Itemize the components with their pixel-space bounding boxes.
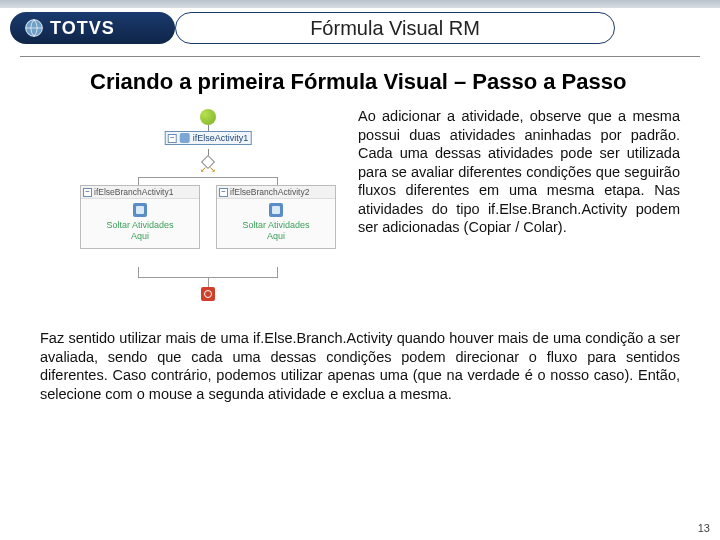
condition-icon: [269, 203, 283, 217]
branch-header: − ifElseBranchActivity1: [81, 186, 199, 199]
top-bar: [0, 0, 720, 8]
branch-activity-1: − ifElseBranchActivity1 Soltar Atividade…: [80, 185, 200, 249]
brand-name: TOTVS: [50, 18, 115, 39]
title-pill: Fórmula Visual RM: [175, 12, 615, 44]
branch-header: − ifElseBranchActivity2: [217, 186, 335, 199]
branch-body: Soltar Atividades Aqui: [217, 199, 335, 248]
drop-hint: Soltar Atividades Aqui: [83, 220, 197, 242]
section-heading: Criando a primeira Fórmula Visual – Pass…: [0, 57, 720, 101]
condition-icon: [133, 203, 147, 217]
page-number: 13: [698, 522, 710, 534]
connector: [138, 267, 139, 277]
globe-icon: [24, 18, 44, 38]
start-icon: [200, 109, 216, 125]
page-title: Fórmula Visual RM: [310, 17, 480, 40]
branch-body: Soltar Atividades Aqui: [81, 199, 199, 248]
collapse-icon: −: [83, 188, 92, 197]
drop-line: Soltar Atividades: [219, 220, 333, 231]
connector: [277, 267, 278, 277]
ifelse-activity: − ifElseActivity1: [165, 131, 252, 145]
drop-line: Aqui: [83, 231, 197, 242]
branch-activity-2: − ifElseBranchActivity2 Soltar Atividade…: [216, 185, 336, 249]
brand-logo: TOTVS: [24, 18, 115, 39]
paragraph-1: Ao adicionar a atividade, observe que a …: [358, 107, 680, 307]
connector: [277, 177, 278, 185]
drop-line: Soltar Atividades: [83, 220, 197, 231]
ifelse-icon: [180, 133, 190, 143]
connector: [208, 277, 209, 287]
connector: [138, 177, 139, 185]
branch-title: ifElseBranchActivity1: [94, 187, 173, 197]
ifelse-label: ifElseActivity1: [193, 133, 249, 143]
workflow-diagram: − ifElseActivity1 ↙ ↘ − ifElseBranchActi…: [78, 107, 338, 307]
branch-title: ifElseBranchActivity2: [230, 187, 309, 197]
paragraph-2: Faz sentido utilizar mais de uma if.Else…: [0, 307, 720, 403]
collapse-icon: −: [219, 188, 228, 197]
drop-line: Aqui: [219, 231, 333, 242]
header: TOTVS Fórmula Visual RM: [0, 8, 720, 48]
drop-hint: Soltar Atividades Aqui: [219, 220, 333, 242]
collapse-icon: −: [168, 134, 177, 143]
content-row: − ifElseActivity1 ↙ ↘ − ifElseBranchActi…: [0, 101, 720, 307]
connector: [138, 177, 278, 178]
decision-arrows: ↙ ↘: [200, 165, 216, 174]
end-icon: [201, 287, 215, 301]
